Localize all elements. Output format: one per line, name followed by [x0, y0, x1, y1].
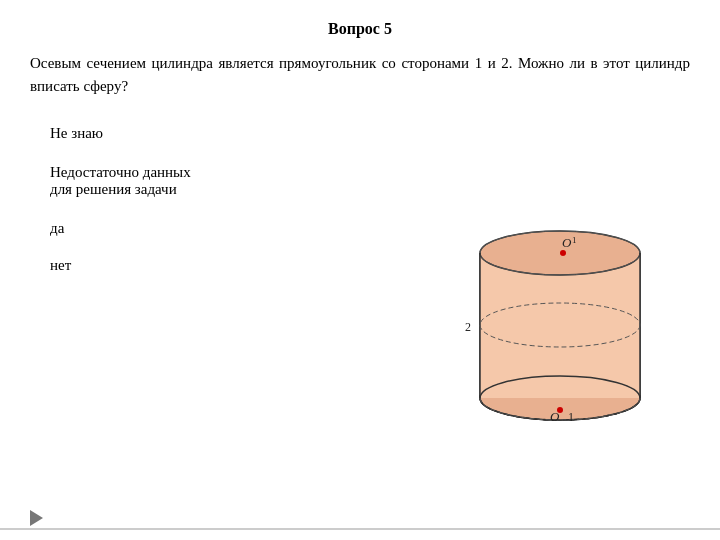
- answer-1-label: Не знаю: [50, 125, 103, 142]
- svg-text:O: O: [562, 235, 572, 250]
- svg-text:1: 1: [568, 410, 574, 424]
- page-title: Вопрос 5: [30, 20, 690, 38]
- question-text: Осевым сечением цилиндра является прямоу…: [30, 52, 690, 97]
- answer-3-label: да: [50, 220, 64, 237]
- svg-text:2: 2: [465, 320, 471, 334]
- answer-2[interactable]: Недостаточно данныхдля решения задачи: [30, 152, 430, 210]
- answers-list: Не знаю Недостаточно данныхдля решения з…: [30, 115, 430, 530]
- answer-3[interactable]: да: [30, 210, 430, 247]
- content-area: Не знаю Недостаточно данныхдля решения з…: [30, 115, 690, 530]
- answer-4-label: нет: [50, 257, 71, 274]
- play-button[interactable]: [30, 510, 43, 526]
- svg-point-16: [560, 250, 566, 256]
- bottom-bar: [0, 528, 720, 530]
- answer-2-label: Недостаточно данныхдля решения задачи: [50, 164, 191, 198]
- answer-1[interactable]: Не знаю: [30, 115, 430, 152]
- svg-text:1: 1: [572, 235, 577, 245]
- cylinder-diagram: O 1 O 1 2: [430, 115, 690, 530]
- svg-point-17: [557, 407, 563, 413]
- page: Вопрос 5 Осевым сечением цилиндра являет…: [0, 0, 720, 540]
- answer-4[interactable]: нет: [30, 247, 430, 284]
